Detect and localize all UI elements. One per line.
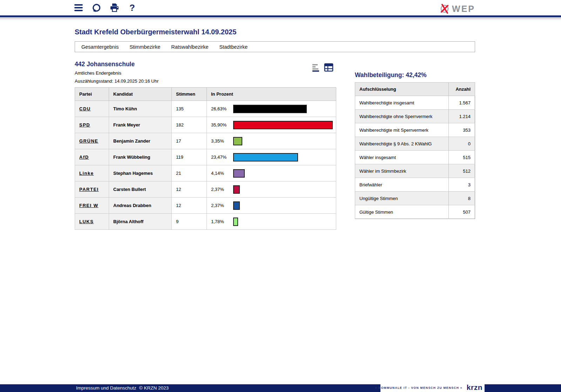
- votes-cell: 21: [172, 165, 207, 181]
- top-toolbar: ? WEP: [0, 0, 561, 15]
- result-row: LUKSBjörna Althoff91,78%: [75, 214, 336, 230]
- results-header-row: ParteiKandidatStimmenIn Prozent: [75, 88, 336, 101]
- tab-stadtbezirke[interactable]: Stadtbezirke: [219, 44, 248, 50]
- party-link[interactable]: PARTEI: [79, 187, 99, 192]
- party-cell: FREI W: [75, 198, 109, 214]
- turnout-value: 507: [449, 205, 475, 219]
- turnout-label: Gültige Stimmen: [355, 205, 449, 219]
- result-row: LinkeStephan Hagemes214,14%: [75, 165, 336, 181]
- percent-label: 2,37%: [211, 203, 233, 208]
- results-table: ParteiKandidatStimmenIn Prozent CDUTimo …: [75, 87, 336, 230]
- result-row: SPDFrank Meyer18235,90%: [75, 117, 336, 133]
- results-col-header: In Prozent: [207, 88, 336, 101]
- header-shadow: [0, 17, 561, 20]
- percent-bar: [233, 153, 298, 161]
- turnout-label: Wahlberechtigte mit Sperrvermerk: [355, 123, 449, 137]
- footer-copyright: © KRZN 2023: [139, 384, 169, 392]
- print-icon[interactable]: [110, 3, 119, 12]
- candidate-cell: Benjamin Zander: [109, 133, 172, 149]
- percent-cell: 1,78%: [207, 214, 336, 230]
- turnout-row: Wahlberechtigte § 9 Abs. 2 KWahlG0: [355, 137, 475, 151]
- percent-bar: [233, 201, 240, 210]
- percent-bar: [233, 169, 245, 178]
- krzn-logo: krzn: [467, 384, 482, 391]
- turnout-section: Wahlbeteiligung: 42,42% AufschlüsselungA…: [355, 52, 475, 219]
- votes-cell: 119: [172, 149, 207, 165]
- tab-stimmbezirke[interactable]: Stimmbezirke: [129, 44, 160, 50]
- party-cell: GRÜNE: [75, 133, 109, 149]
- party-link[interactable]: SPD: [79, 122, 90, 128]
- turnout-value: 512: [449, 164, 475, 178]
- percent-cell: 2,37%: [207, 198, 336, 214]
- candidate-cell: Carsten Bullert: [109, 181, 172, 198]
- party-link[interactable]: AfD: [79, 154, 89, 160]
- help-glyph: ?: [129, 3, 135, 12]
- party-cell: Linke: [75, 165, 109, 181]
- turnout-col-header: Anzahl: [449, 83, 475, 96]
- result-row: PARTEICarsten Bullert122,37%: [75, 181, 336, 198]
- percent-bar: [233, 121, 333, 129]
- tab-ratswahlbezirke[interactable]: Ratswahlbezirke: [171, 44, 208, 50]
- turnout-label: Wahlberechtigte § 9 Abs. 2 KWahlG: [355, 137, 449, 151]
- turnout-label: Briefwähler: [355, 178, 449, 192]
- candidate-cell: Timo Kühn: [109, 101, 172, 117]
- results-col-header: Stimmen: [172, 88, 207, 101]
- results-col-header: Kandidat: [109, 88, 172, 101]
- percent-label: 3,35%: [211, 138, 233, 144]
- result-row: FREI WAndreas Drabben122,37%: [75, 198, 336, 214]
- turnout-row: Gültige Stimmen507: [355, 205, 475, 219]
- percent-cell: 3,35%: [207, 133, 336, 149]
- party-link[interactable]: Linke: [79, 171, 94, 176]
- turnout-label: Wähler insgesamt: [355, 151, 449, 164]
- turnout-header-row: AufschlüsselungAnzahl: [355, 83, 475, 96]
- turnout-value: 353: [449, 123, 475, 137]
- votes-cell: 135: [172, 101, 207, 117]
- tab-bar: GesamtergebnisStimmbezirkeRatswahlbezirk…: [75, 41, 475, 52]
- percent-bar: [233, 105, 307, 113]
- party-link[interactable]: CDU: [79, 106, 91, 111]
- impressum-link[interactable]: Impressum und Datenschutz: [76, 384, 136, 392]
- percent-label: 4,14%: [211, 171, 233, 176]
- candidate-cell: Stephan Hagemes: [109, 165, 172, 181]
- party-cell: PARTEI: [75, 181, 109, 198]
- party-cell: CDU: [75, 101, 109, 117]
- chart-view-icon[interactable]: [311, 63, 320, 72]
- result-row: CDUTimo Kühn13526,63%: [75, 101, 336, 117]
- turnout-label: Wahlberechtigte insgesamt: [355, 96, 449, 110]
- menu-icon[interactable]: [74, 3, 83, 12]
- view-toggle: [311, 63, 333, 72]
- wep-logo-text: WEP: [452, 4, 475, 14]
- turnout-row: Briefwähler3: [355, 178, 475, 192]
- turnout-value: 515: [449, 151, 475, 164]
- percent-cell: 2,37%: [207, 181, 336, 198]
- candidate-cell: Frank Meyer: [109, 117, 172, 133]
- turnout-label: Ungültige Stimmen: [355, 192, 449, 205]
- help-icon[interactable]: ?: [128, 3, 137, 12]
- candidate-cell: Andreas Drabben: [109, 198, 172, 214]
- votes-cell: 9: [172, 214, 207, 230]
- votes-cell: 12: [172, 181, 207, 198]
- party-link[interactable]: FREI W: [79, 203, 99, 208]
- turnout-value: 1.567: [449, 96, 475, 110]
- party-cell: LUKS: [75, 214, 109, 230]
- turnout-value: 8: [449, 192, 475, 205]
- percent-bar: [233, 137, 242, 145]
- turnout-row: Wahlberechtigte mit Sperrvermerk353: [355, 123, 475, 137]
- percent-label: 2,37%: [211, 187, 233, 192]
- percent-label: 23,47%: [211, 154, 233, 160]
- party-cell: SPD: [75, 117, 109, 133]
- turnout-row: Wähler im Stimmbezirk512: [355, 164, 475, 178]
- result-row: AfDFrank Wübbeling11923,47%: [75, 149, 336, 165]
- table-view-icon[interactable]: [324, 63, 333, 72]
- tab-gesamtergebnis[interactable]: Gesamtergebnis: [81, 44, 119, 50]
- turnout-row: Wähler insgesamt515: [355, 151, 475, 164]
- percent-cell: 4,14%: [207, 165, 336, 181]
- district-count-status: Auszählungsstand: 14.09.2025 20:16 Uhr: [75, 78, 336, 84]
- refresh-icon[interactable]: [92, 3, 101, 12]
- party-link[interactable]: GRÜNE: [79, 138, 98, 144]
- district-status: Amtliches Endergebnis: [75, 70, 336, 76]
- party-link[interactable]: LUKS: [79, 219, 94, 224]
- page-title: Stadt Krefeld Oberbürgermeisterwahl 14.0…: [75, 28, 475, 36]
- percent-label: 35,90%: [211, 122, 233, 128]
- votes-cell: 12: [172, 198, 207, 214]
